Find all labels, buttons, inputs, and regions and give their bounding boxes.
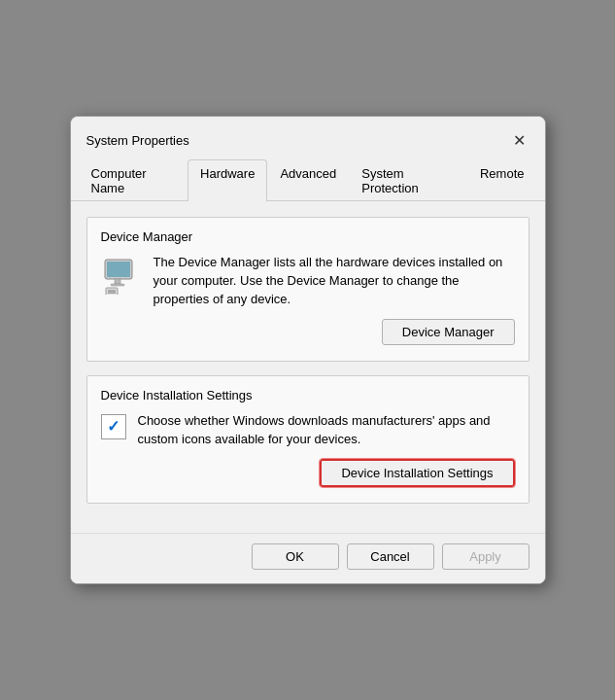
tab-hardware[interactable]: Hardware xyxy=(188,159,267,201)
close-button[interactable]: ✕ xyxy=(506,126,533,154)
ok-button[interactable]: OK xyxy=(252,543,339,570)
device-installation-checkbox[interactable]: ✓ xyxy=(101,414,126,439)
cancel-button[interactable]: Cancel xyxy=(347,543,434,570)
footer: OK Cancel Apply xyxy=(71,533,545,583)
device-installation-description: Choose whether Windows downloads manufac… xyxy=(138,412,515,449)
system-properties-dialog: System Properties ✕ Computer Name Hardwa… xyxy=(70,116,546,583)
tab-computer-name[interactable]: Computer Name xyxy=(79,159,188,201)
tab-advanced[interactable]: Advanced xyxy=(267,159,349,201)
svg-rect-2 xyxy=(115,279,120,284)
dialog-title: System Properties xyxy=(86,133,189,148)
device-installation-title: Device Installation Settings xyxy=(101,388,515,402)
tab-content: Device Manager Th xyxy=(71,201,545,532)
device-installation-settings-button[interactable]: Device Installation Settings xyxy=(320,459,514,487)
tab-remote[interactable]: Remote xyxy=(467,159,537,201)
checkmark-icon: ✓ xyxy=(107,417,120,436)
device-installation-inner: ✓ Choose whether Windows downloads manuf… xyxy=(101,412,515,449)
svg-rect-5 xyxy=(108,290,116,294)
device-manager-title: Device Manager xyxy=(101,229,515,244)
device-installation-btn-row: Device Installation Settings xyxy=(101,459,515,487)
device-installation-section: Device Installation Settings ✓ Choose wh… xyxy=(86,375,530,504)
tab-bar: Computer Name Hardware Advanced System P… xyxy=(71,159,545,201)
device-manager-icon xyxy=(101,254,142,295)
device-manager-section: Device Manager Th xyxy=(86,217,530,362)
device-manager-btn-row: Device Manager xyxy=(101,319,515,345)
device-manager-button[interactable]: Device Manager xyxy=(382,319,515,345)
device-manager-description: The Device Manager lists all the hardwar… xyxy=(154,254,515,309)
title-bar: System Properties ✕ xyxy=(71,117,545,159)
svg-rect-1 xyxy=(107,262,130,277)
device-manager-inner: The Device Manager lists all the hardwar… xyxy=(101,254,515,309)
apply-button[interactable]: Apply xyxy=(442,543,530,570)
svg-rect-3 xyxy=(111,284,124,286)
tab-system-protection[interactable]: System Protection xyxy=(349,159,467,201)
